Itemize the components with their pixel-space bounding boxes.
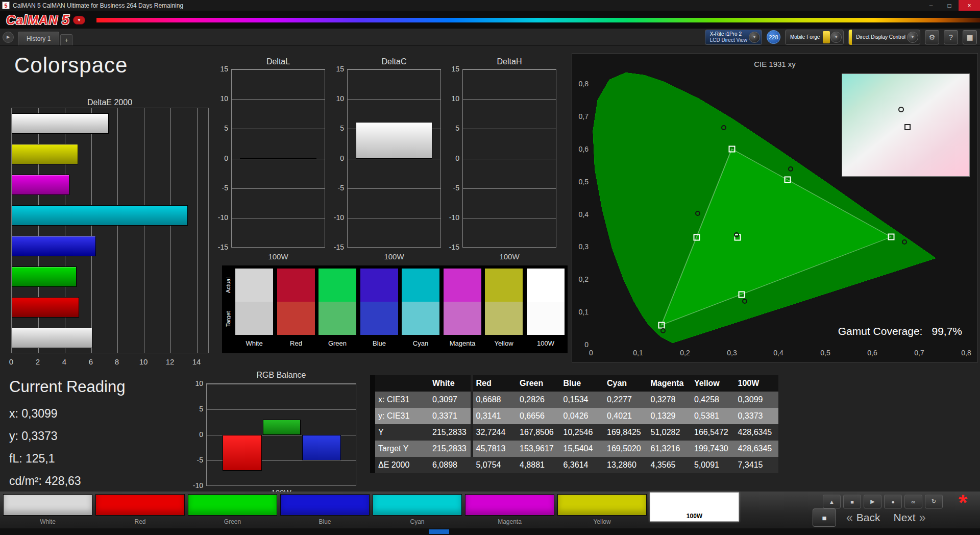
add-tab-button[interactable]: + — [60, 34, 72, 45]
table-cell: 10,2546 — [560, 424, 604, 441]
swatch-label: Blue — [360, 339, 398, 347]
table-cell: 169,8425 — [604, 424, 648, 441]
dropdown-knob-icon[interactable]: ▼ — [749, 32, 760, 43]
whitepoint-target-marker — [904, 124, 911, 130]
play-button[interactable]: ▶ — [864, 495, 881, 508]
cie-x-tick: 0,4 — [773, 349, 783, 357]
tab-scroll-button[interactable]: ▶ — [3, 32, 14, 43]
delta-y-tick: 15 — [211, 65, 228, 73]
source-select-button[interactable]: Mobile Forge ▼ — [785, 30, 844, 45]
table-header-cell: Red — [473, 375, 517, 392]
minimize-button[interactable]: – — [922, 0, 940, 11]
delta-y-tick: 0 — [211, 154, 228, 162]
cie-y-tick: 0,3 — [573, 242, 589, 251]
table-row: Y215,283332,7244167,850610,2546169,84255… — [373, 424, 778, 441]
display-control-button[interactable]: Direct Display Control ▼ — [848, 30, 920, 45]
cie-x-tick: 0,2 — [680, 349, 690, 357]
table-header-row: WhiteRedGreenBlueCyanMagentaYellow100W — [373, 375, 778, 392]
delta-y-tick: 10 — [327, 94, 344, 103]
pattern-swatch-magenta[interactable] — [465, 494, 554, 516]
table-cell: 0,4021 — [604, 408, 648, 424]
deltae-bar-yellow — [12, 144, 78, 164]
rainbow-strip — [96, 18, 980, 22]
stop-button[interactable]: ■ — [843, 495, 861, 508]
cie-measured-magenta — [742, 299, 747, 304]
pattern-swatch-label: White — [3, 518, 92, 525]
navigation-row: ■ «Back Next» — [813, 508, 928, 527]
table-header-cell: Magenta — [648, 375, 692, 392]
stop-pattern-button[interactable]: ■ — [813, 508, 836, 527]
pattern-swatch-white[interactable] — [3, 494, 92, 516]
cie-y-tick: 0,6 — [573, 145, 589, 153]
delta-y-tick: -10 — [211, 213, 228, 222]
delta-chart-plot — [231, 69, 325, 248]
taskbar-item[interactable] — [429, 529, 449, 534]
swatch-label: Red — [277, 339, 315, 347]
target-row-label: Target — [224, 303, 232, 335]
logo-dropdown-icon[interactable]: ▼ — [73, 16, 85, 25]
delta-y-tick: -5 — [327, 184, 344, 192]
delta-x-label: 100W — [347, 252, 441, 261]
help-button[interactable]: ? — [944, 30, 958, 44]
record-button[interactable]: ● — [884, 495, 902, 508]
source-color-stripe — [823, 31, 830, 43]
delta-y-tick: 0 — [327, 154, 344, 162]
dropdown-knob-icon[interactable]: ▼ — [830, 32, 842, 43]
maximize-button[interactable]: □ — [940, 0, 959, 11]
table-row: y: CIE310,33710,31410,66560,04260,40210,… — [373, 408, 778, 424]
meter-select-button[interactable]: X-Rite i1Pro 2 LCD Direct View ▼ — [705, 30, 762, 45]
table-header-cell: Green — [517, 375, 560, 392]
table-row-label: y: CIE31 — [373, 408, 429, 424]
pattern-swatch-100w[interactable]: 100W — [650, 492, 739, 522]
table-row: ΔE 20006,08985,07544,88816,361413,28604,… — [373, 457, 778, 473]
cie-measured-white — [734, 232, 739, 237]
table-cell: 0,6688 — [473, 392, 517, 408]
cie-y-tick: 0,7 — [573, 112, 589, 120]
cie-y-tick: 0,8 — [573, 80, 589, 88]
calman-logo[interactable]: CalMAN5 ▼ — [0, 12, 91, 28]
rgb-y-tick: -10 — [190, 481, 203, 490]
table-header-cell — [373, 375, 429, 392]
layout-button[interactable]: ▦ — [963, 30, 977, 44]
eject-button[interactable]: ▲ — [823, 495, 841, 508]
control-name: Direct Display Control — [856, 34, 905, 40]
table-cell: 0,3097 — [429, 392, 473, 408]
transport-controls: ▲■▶●∞↻ — [823, 495, 943, 508]
table-cell: 0,1329 — [648, 408, 692, 424]
swatch-target-cyan — [402, 302, 439, 335]
back-button[interactable]: «Back — [843, 509, 883, 526]
swatch-actual-magenta — [444, 269, 481, 302]
refresh-button[interactable]: ↻ — [925, 495, 943, 508]
cie-target-green — [729, 146, 736, 153]
table-cell: 0,3278 — [648, 392, 692, 408]
delta-y-tick: 5 — [211, 124, 228, 132]
pattern-swatch-blue[interactable] — [280, 494, 370, 516]
pattern-swatch-yellow[interactable] — [557, 494, 647, 516]
gamut-coverage-label: Gamut Coverage: — [838, 325, 923, 337]
pattern-swatch-cyan[interactable] — [373, 494, 462, 516]
cie-measured-cyan — [695, 211, 700, 216]
pattern-swatch-red[interactable] — [95, 494, 185, 516]
next-button[interactable]: Next» — [890, 509, 928, 526]
current-reading-line: cd/m²: 428,63 — [9, 470, 81, 492]
close-button[interactable]: × — [959, 0, 980, 11]
cie-x-tick: 0,3 — [727, 349, 737, 357]
rgb-y-tick: 5 — [190, 405, 203, 413]
table-cell: 153,9617 — [517, 441, 560, 457]
tab-history[interactable]: History 1 — [18, 32, 59, 45]
table-cell: 4,3565 — [648, 457, 692, 473]
swatch-target-magenta — [444, 302, 481, 335]
table-cell: 0,3141 — [473, 408, 517, 424]
table-cell: 5,0091 — [691, 457, 735, 473]
table-cell: 0,6656 — [517, 408, 560, 424]
back-label: Back — [856, 512, 880, 524]
settings-button[interactable]: ⚙ — [925, 30, 939, 44]
dropdown-knob-icon[interactable]: ▼ — [907, 32, 918, 43]
swatch-actual-white — [235, 269, 273, 302]
pattern-swatch-label: Yellow — [557, 518, 647, 525]
cie-x-tick: 0,8 — [961, 349, 971, 357]
loop-button[interactable]: ∞ — [904, 495, 922, 508]
delta-y-tick: 0 — [442, 154, 459, 162]
pattern-swatch-green[interactable] — [188, 494, 277, 516]
current-reading-line: y: 0,3373 — [9, 425, 81, 447]
